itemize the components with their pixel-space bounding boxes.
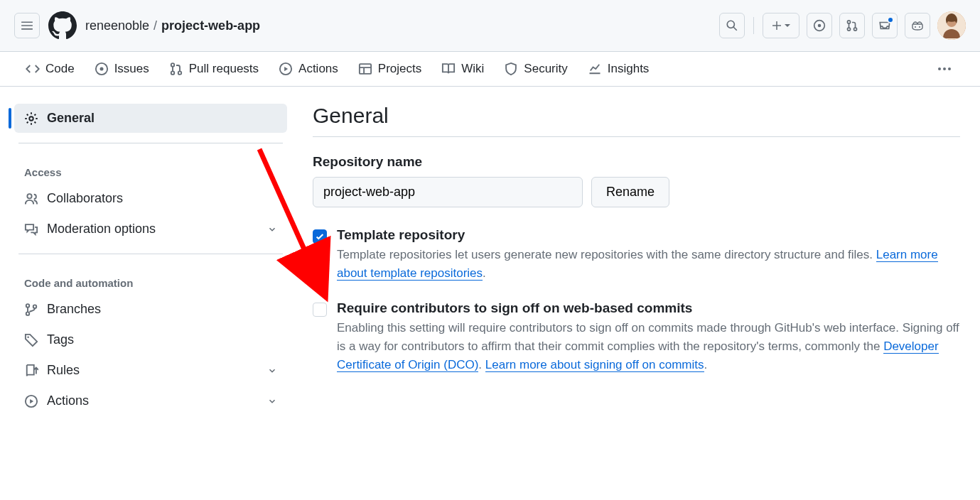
- sidebar-item-tags[interactable]: Tags: [14, 325, 287, 354]
- breadcrumb-separator: /: [154, 18, 157, 33]
- tab-wiki-label: Wiki: [461, 62, 484, 76]
- breadcrumb: reneenoble / project-web-app: [85, 18, 260, 33]
- sidebar-collaborators-label: Collaborators: [47, 191, 123, 206]
- signoff-desc: Enabling this setting will require contr…: [337, 319, 960, 375]
- avatar-image: [937, 11, 966, 40]
- tab-pulls-label: Pull requests: [189, 62, 259, 76]
- tab-code[interactable]: Code: [17, 52, 83, 86]
- github-logo[interactable]: [48, 11, 77, 40]
- user-avatar[interactable]: [937, 11, 966, 40]
- people-icon: [24, 192, 38, 206]
- sidebar-divider: [18, 254, 283, 254]
- page-title: General: [313, 104, 960, 137]
- template-repo-body: Template repository Template repositorie…: [337, 227, 960, 283]
- svg-point-1: [818, 24, 822, 28]
- repo-nav: Code Issues Pull requests Actions Projec…: [0, 52, 980, 87]
- svg-point-23: [33, 305, 37, 308]
- gear-icon: [24, 112, 38, 126]
- sidebar-general-label: General: [47, 111, 95, 126]
- sidebar-item-actions[interactable]: Actions: [14, 386, 287, 415]
- notification-dot: [887, 16, 894, 23]
- settings-content: General Repository name Rename Template …: [313, 104, 980, 417]
- rename-button[interactable]: Rename: [591, 177, 669, 207]
- template-repo-checkbox[interactable]: [313, 229, 327, 244]
- issues-tray-button[interactable]: [807, 13, 832, 38]
- header-actions: [719, 11, 966, 40]
- git-branch-icon: [24, 303, 38, 317]
- sidebar-divider: [18, 143, 283, 143]
- global-header: reneenoble / project-web-app: [0, 0, 980, 52]
- tab-projects[interactable]: Projects: [350, 52, 430, 86]
- signoff-mid: .: [478, 358, 485, 371]
- play-icon: [279, 62, 293, 76]
- pull-request-icon: [169, 62, 183, 76]
- tab-pulls[interactable]: Pull requests: [161, 52, 267, 86]
- signoff-learn-more-link[interactable]: Learn more about signing off on commits: [485, 358, 704, 372]
- signoff-title: Require contributors to sign off on web-…: [337, 300, 960, 316]
- sidebar-moderation-label: Moderation options: [47, 222, 156, 237]
- rename-row: Rename: [313, 177, 960, 207]
- sidebar-tags-label: Tags: [47, 332, 74, 347]
- create-new-button[interactable]: [763, 13, 799, 38]
- tab-security[interactable]: Security: [495, 52, 576, 86]
- hamburger-icon: [21, 19, 33, 32]
- tab-projects-label: Projects: [378, 62, 421, 76]
- tab-issues-label: Issues: [114, 62, 149, 76]
- tab-issues[interactable]: Issues: [86, 52, 158, 86]
- kebab-icon: [937, 67, 952, 71]
- sidebar-item-collaborators[interactable]: Collaborators: [14, 184, 287, 213]
- copilot-icon: [910, 19, 925, 32]
- hamburger-menu-button[interactable]: [14, 13, 40, 38]
- svg-point-12: [171, 71, 175, 75]
- svg-point-16: [938, 67, 941, 70]
- chevron-down-icon: [267, 396, 277, 406]
- divider: [753, 17, 754, 34]
- chevron-down-icon: [267, 224, 277, 234]
- template-repo-desc: Template repositories let users generate…: [337, 246, 960, 283]
- check-icon: [315, 232, 325, 241]
- svg-point-2: [847, 21, 850, 23]
- tab-actions-label: Actions: [298, 62, 338, 76]
- tab-more[interactable]: [926, 60, 963, 78]
- svg-point-5: [915, 26, 916, 28]
- sidebar-item-general[interactable]: General: [14, 104, 287, 133]
- git-pull-request-icon: [846, 19, 858, 32]
- sidebar-item-moderation[interactable]: Moderation options: [14, 214, 287, 244]
- tab-insights[interactable]: Insights: [579, 52, 658, 86]
- svg-point-13: [178, 71, 182, 75]
- sidebar-item-rules[interactable]: Rules: [14, 356, 287, 385]
- svg-point-4: [854, 28, 856, 31]
- template-repo-title: Template repository: [337, 227, 960, 243]
- notifications-button[interactable]: [872, 13, 898, 38]
- template-desc-text: Template repositories let users generate…: [337, 248, 876, 261]
- svg-point-11: [171, 63, 175, 67]
- tab-security-label: Security: [524, 62, 567, 76]
- repo-name-input[interactable]: [313, 177, 583, 207]
- sidebar-access-header: Access: [9, 153, 293, 184]
- sidebar-item-branches[interactable]: Branches: [14, 295, 287, 324]
- shield-icon: [504, 62, 518, 76]
- graph-icon: [588, 62, 602, 76]
- chevron-down-icon: [267, 366, 277, 376]
- template-repo-setting: Template repository Template repositorie…: [313, 227, 960, 283]
- svg-point-6: [919, 26, 920, 28]
- breadcrumb-repo[interactable]: project-web-app: [161, 18, 260, 33]
- signoff-body: Require contributors to sign off on web-…: [337, 300, 960, 375]
- sidebar-code-header: Code and automation: [9, 264, 293, 295]
- search-button[interactable]: [719, 13, 745, 38]
- svg-point-18: [948, 67, 951, 70]
- breadcrumb-owner[interactable]: reneenoble: [85, 18, 149, 33]
- pull-requests-tray-button[interactable]: [839, 13, 865, 38]
- signoff-desc-a: Enabling this setting will require contr…: [337, 321, 959, 353]
- tab-actions[interactable]: Actions: [270, 52, 347, 86]
- svg-point-24: [27, 336, 29, 338]
- svg-point-22: [26, 312, 30, 315]
- search-icon: [726, 19, 738, 32]
- svg-point-3: [847, 28, 850, 31]
- repo-name-label: Repository name: [313, 154, 960, 170]
- copilot-button[interactable]: [905, 13, 930, 38]
- signoff-checkbox[interactable]: [313, 303, 327, 317]
- svg-point-17: [943, 67, 946, 70]
- tab-wiki[interactable]: Wiki: [433, 52, 492, 86]
- sidebar-actions-label: Actions: [47, 393, 89, 408]
